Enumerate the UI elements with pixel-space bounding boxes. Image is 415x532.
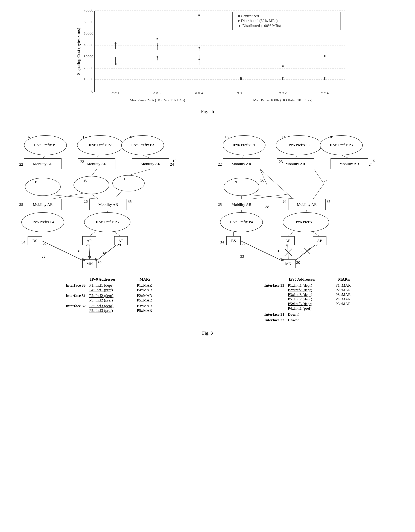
svg-rect-173 [281,259,295,268]
interface-32-right: Interface 32 [253,318,286,322]
table-row-left-1: Interface 33 P1::Intf1 (depr) P4::Intf1 … [55,283,162,292]
svg-rect-140 [277,159,314,169]
interface-31-down: Down! [288,312,299,317]
svg-text:Mobility AR: Mobility AR [33,162,53,166]
svg-text:■  Centralized: ■ Centralized [238,14,259,18]
svg-text:AP: AP [87,238,92,243]
mar-block-left-2: P2::MAR P5::MAR [137,293,162,303]
svg-text:IPv6 Prefix P1: IPv6 Prefix P1 [233,142,256,147]
svg-text:AP: AP [285,238,290,243]
svg-text:BS: BS [231,238,236,243]
svg-point-77 [113,175,144,191]
svg-text:■: ■ [198,13,200,17]
interface-33-right: Interface 33 [253,283,286,288]
svg-rect-94 [83,236,96,245]
svg-text:α ≈ 1: α ≈ 1 [111,91,120,95]
svg-text:22: 22 [218,162,222,166]
svg-line-113 [51,195,100,199]
address-block-left-1: P1::Intf1 (depr) P4::Intf1 (pref) [89,283,135,292]
fig-caption: Fig. 2b [201,109,214,114]
table-row-left-2: Interface 31 P2::Intf2 (depr) P5::Intf2 … [55,293,162,303]
svg-point-60 [121,135,164,155]
svg-text:35: 35 [128,199,132,204]
diagram-left: IPv6 Prefix P1 16 IPv6 Prefix P2 17 IPv6… [14,132,202,323]
mar-block-right-1: P1::MAR P2::MAR P3::MAR P4::MAR P5::MAR [336,283,360,306]
svg-text:IPv6 Prefix P4: IPv6 Prefix P4 [230,219,253,224]
svg-line-197 [285,249,292,256]
svg-text:17: 17 [281,135,285,139]
network-diagram-right: IPv6 Prefix P1 16 IPv6 Prefix P2 17 IPv6… [214,132,400,277]
svg-line-124 [89,245,90,259]
table-row-right-2: Interface 31 Down! [253,312,360,317]
svg-rect-69 [132,159,169,169]
chart-svg: 0 10000 20000 30000 40000 50000 60000 70… [95,11,345,92]
svg-line-120 [89,232,95,236]
svg-text:17: 17 [83,135,86,139]
svg-rect-82 [90,199,127,210]
diagram-svg-right: IPv6 Prefix P1 16 IPv6 Prefix P2 17 IPv6… [214,132,400,277]
svg-text:16: 16 [26,135,30,139]
svg-text:32: 32 [102,250,106,255]
svg-text:70000: 70000 [83,8,93,12]
svg-marker-123 [82,258,86,261]
diagram-svg-left: IPv6 Prefix P1 16 IPv6 Prefix P2 17 IPv6… [15,132,201,277]
svg-text:31: 31 [77,249,81,253]
svg-line-186 [249,195,299,199]
table-row-right-3: Interface 32 Down! [253,318,360,322]
address-block-right-1: P1::Intf1 (depr) P2::Intf2 (depr) P3::In… [288,283,334,311]
svg-text:0: 0 [91,89,93,93]
svg-line-183 [314,169,324,183]
svg-text:31: 31 [276,249,279,253]
svg-marker-127 [94,258,98,261]
svg-line-180 [295,155,297,159]
svg-text:21: 21 [121,177,125,181]
svg-text:20: 20 [83,178,87,182]
svg-text:28: 28 [86,243,90,247]
svg-point-88 [84,212,130,232]
svg-text:18: 18 [328,135,332,139]
svg-rect-154 [288,199,325,210]
svg-text:Mobility AR: Mobility AR [231,162,251,166]
svg-marker-195 [280,258,285,261]
svg-text:40000: 40000 [83,43,93,47]
svg-text:α ≈ 2: α ≈ 2 [153,91,162,95]
svg-text:19: 19 [233,180,237,184]
svg-point-54 [24,135,67,155]
svg-line-185 [260,169,294,199]
svg-text:19: 19 [35,180,38,184]
svg-text:–15: –15 [170,159,176,163]
svg-line-114 [51,193,84,199]
svg-point-161 [283,212,329,232]
svg-rect-151 [223,199,260,210]
diagram-right: IPv6 Prefix P1 16 IPv6 Prefix P2 17 IPv6… [213,132,401,323]
svg-line-118 [107,210,108,212]
svg-text:α ≈ 2: α ≈ 2 [279,91,287,95]
table-left-ipv6-header: IPv6 Addresses: [90,277,136,282]
svg-line-192 [288,232,294,236]
svg-text:α ≈ 4: α ≈ 4 [195,91,203,95]
svg-text:■: ■ [323,54,326,58]
svg-text:27: 27 [43,242,47,246]
svg-rect-170 [313,236,326,245]
svg-rect-63 [24,159,61,169]
svg-rect-90 [28,236,42,245]
interface-32-left: Interface 32 [55,304,87,308]
svg-text:33: 33 [42,254,46,258]
diagrams-row: IPv6 Prefix P1 16 IPv6 Prefix P2 17 IPv6… [14,132,401,323]
svg-point-134 [320,135,362,155]
svg-line-122 [42,241,84,261]
svg-point-86 [22,212,64,232]
svg-point-73 [25,178,60,196]
svg-point-159 [220,212,263,232]
svg-line-108 [143,155,151,159]
table-right-mars-header: MARs: [338,277,350,282]
svg-text:25: 25 [218,202,222,207]
chart-container: Signaling Cost (bytes x ms) 0 10000 2000… [73,7,356,106]
svg-line-179 [241,155,244,159]
svg-line-188 [313,184,324,199]
svg-text:30: 30 [296,260,300,265]
mar-block-left-3: P3::MAR P5::MAR [137,304,162,313]
svg-text:20000: 20000 [83,66,93,70]
network-diagram-left: IPv6 Prefix P1 16 IPv6 Prefix P2 17 IPv6… [15,132,201,277]
interface-31-left: Interface 31 [55,293,87,298]
